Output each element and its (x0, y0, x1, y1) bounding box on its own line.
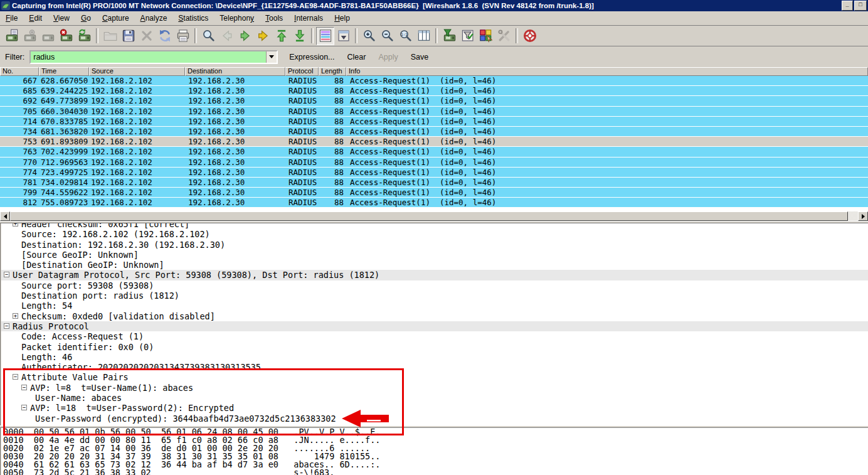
packet-row[interactable]: 774723.499725192.168.2.102192.168.2.30RA… (0, 168, 868, 178)
menu-help[interactable]: Help (329, 13, 356, 24)
detail-row[interactable]: User-Password (encrypted): 3644baafb4d73… (1, 414, 868, 424)
toolbar-display-filters-button[interactable] (458, 27, 477, 45)
detail-row[interactable]: Destination: 192.168.2.30 (192.168.2.30) (1, 240, 868, 250)
packet-row[interactable]: 667628.667050192.168.2.102192.168.2.30RA… (0, 76, 868, 86)
column-header-source[interactable]: Source (89, 67, 185, 76)
toolbar-go-forward-button[interactable] (236, 27, 254, 45)
toolbar-capture-filters-button[interactable] (440, 27, 458, 45)
toolbar-capture-restart-button[interactable] (75, 27, 93, 45)
expand-toggle-icon[interactable]: + (13, 223, 18, 227)
scroll-right-button[interactable] (858, 211, 868, 221)
toolbar-reload-button[interactable] (156, 27, 174, 45)
menu-file[interactable]: File (0, 13, 23, 24)
filter-expression-button[interactable]: Expression... (283, 51, 341, 63)
packet-row[interactable]: 705660.304030192.168.2.102192.168.2.30RA… (0, 107, 868, 117)
detail-row[interactable]: [Destination GeoIP: Unknown] (1, 260, 868, 270)
detail-row[interactable]: User-Name: abaces (1, 393, 868, 403)
detail-row[interactable]: Length: 46 (1, 352, 868, 362)
toolbar-open-file-button[interactable] (101, 27, 119, 45)
detail-row[interactable]: Source: 192.168.2.102 (192.168.2.102) (1, 229, 868, 239)
minimize-button[interactable]: _ (842, 1, 853, 11)
detail-row[interactable]: −AVP: l=18 t=User-Password(2): Encrypted (1, 403, 868, 413)
column-header-length[interactable]: Length (319, 67, 346, 76)
toolbar-go-top-button[interactable] (272, 27, 290, 45)
menu-statistics[interactable]: Statistics (172, 13, 214, 24)
toolbar-save-file-button[interactable] (119, 27, 137, 45)
menu-view[interactable]: View (48, 13, 75, 24)
filter-save-button[interactable]: Save (405, 51, 435, 63)
toolbar-go-to-packet-button[interactable] (254, 27, 272, 45)
detail-row[interactable]: −Radius Protocol (1, 321, 868, 331)
packet-row[interactable]: 714670.833785192.168.2.102192.168.2.30RA… (0, 117, 868, 127)
menu-telephony[interactable]: Telephony (214, 13, 260, 24)
toolbar-zoom-100-button[interactable]: 1:1 (396, 27, 415, 45)
column-header-protocol[interactable]: Protocol (285, 67, 319, 76)
menu-tools[interactable]: Tools (260, 13, 288, 24)
toolbar-zoom-out-button[interactable] (378, 27, 396, 45)
detail-row[interactable]: −AVP: l=8 t=User-Name(1): abaces (1, 383, 868, 393)
toolbar-coloring-rules-button[interactable] (477, 27, 495, 45)
collapse-toggle-icon[interactable]: − (21, 385, 27, 390)
detail-row[interactable]: Authenticator: 2020202020203134373938313… (1, 362, 868, 372)
packet-row[interactable]: 692649.773899192.168.2.102192.168.2.30RA… (0, 96, 868, 106)
menu-edit[interactable]: Edit (23, 13, 48, 24)
toolbar-capture-start-button[interactable] (39, 27, 57, 45)
packet-row-selected[interactable]: 753691.893809192.168.2.102192.168.2.30RA… (0, 137, 868, 147)
packet-row[interactable]: 799744.559622192.168.2.102192.168.2.30RA… (0, 188, 868, 198)
detail-row[interactable]: −User Datagram Protocol, Src Port: 59308… (1, 270, 868, 280)
toolbar-find-packet-button[interactable] (199, 27, 218, 45)
cell-destination: 192.168.2.30 (185, 117, 285, 126)
hex-row[interactable]: 0050 73 2d 5c 21 36 38 33 02 s-\!683. (1, 469, 868, 475)
toolbar-go-back-button[interactable] (218, 27, 236, 45)
toolbar-print-button[interactable] (174, 27, 192, 45)
filter-clear-button[interactable]: Clear (341, 51, 373, 63)
cell-info: Access-Request(1) (id=0, l=46) (346, 127, 868, 136)
toolbar-capture-options-button[interactable] (21, 27, 39, 45)
collapse-toggle-icon[interactable]: − (4, 272, 9, 277)
toolbar-preferences-button[interactable] (495, 27, 513, 45)
menu-analyze[interactable]: Analyze (135, 13, 173, 24)
collapse-toggle-icon[interactable]: − (4, 323, 9, 329)
toolbar-auto-scroll-button[interactable] (334, 27, 352, 45)
collapse-toggle-icon[interactable]: − (21, 405, 27, 410)
filter-input[interactable] (31, 51, 266, 63)
filter-apply-button[interactable]: Apply (372, 51, 404, 63)
packet-row[interactable]: 734681.363820192.168.2.102192.168.2.30RA… (0, 127, 868, 137)
maximize-button[interactable]: □ (854, 1, 867, 11)
detail-row[interactable]: Packet identifier: 0x0 (0) (1, 342, 868, 352)
detail-row[interactable]: [Source GeoIP: Unknown] (1, 250, 868, 260)
detail-row[interactable]: Source port: 59308 (59308) (1, 280, 868, 291)
column-header-info[interactable]: Info (346, 67, 868, 76)
column-header-time[interactable]: Time (39, 67, 89, 76)
detail-row[interactable]: Code: Access-Request (1) (1, 331, 868, 341)
scroll-thumb[interactable] (10, 211, 848, 221)
packet-row[interactable]: 812755.089723192.168.2.102192.168.2.30RA… (0, 198, 868, 208)
menu-capture[interactable]: Capture (97, 13, 135, 24)
toolbar-go-bottom-button[interactable] (290, 27, 309, 45)
toolbar-resize-columns-button[interactable] (415, 27, 433, 45)
toolbar-capture-stop-button[interactable] (57, 27, 75, 45)
packet-row[interactable]: 763702.423999192.168.2.102192.168.2.30RA… (0, 147, 868, 157)
detail-row[interactable]: +Checksum: 0xded0 [validation disabled] (1, 311, 868, 321)
collapse-toggle-icon[interactable]: − (13, 374, 18, 380)
scroll-left-button[interactable] (0, 211, 10, 221)
column-header-no[interactable]: No. (0, 67, 39, 76)
detail-row[interactable]: +Header checksum: 0x65f1 [correct] (1, 223, 868, 229)
toolbar-help-button[interactable] (521, 27, 539, 45)
detail-row[interactable]: Destination port: radius (1812) (1, 291, 868, 301)
toolbar-close-file-button[interactable] (137, 27, 156, 45)
toolbar-list-interfaces-button[interactable] (3, 27, 21, 45)
menu-go[interactable]: Go (75, 13, 97, 24)
packet-row[interactable]: 685639.244225192.168.2.102192.168.2.30RA… (0, 86, 868, 96)
packet-row[interactable]: 781734.029814192.168.2.102192.168.2.30RA… (0, 178, 868, 188)
filter-dropdown-button[interactable] (266, 51, 277, 63)
column-header-destination[interactable]: Destination (185, 67, 285, 76)
cell-protocol: RADIUS (285, 127, 319, 136)
detail-row[interactable]: −Attribute Value Pairs (1, 372, 868, 382)
packet-row[interactable]: 770712.969563192.168.2.102192.168.2.30RA… (0, 157, 868, 168)
detail-row[interactable]: Length: 54 (1, 301, 868, 311)
toolbar-colorize-button[interactable] (316, 27, 334, 45)
expand-toggle-icon[interactable]: + (13, 313, 18, 319)
toolbar-zoom-in-button[interactable] (360, 27, 378, 45)
menu-internals[interactable]: Internals (288, 13, 329, 24)
